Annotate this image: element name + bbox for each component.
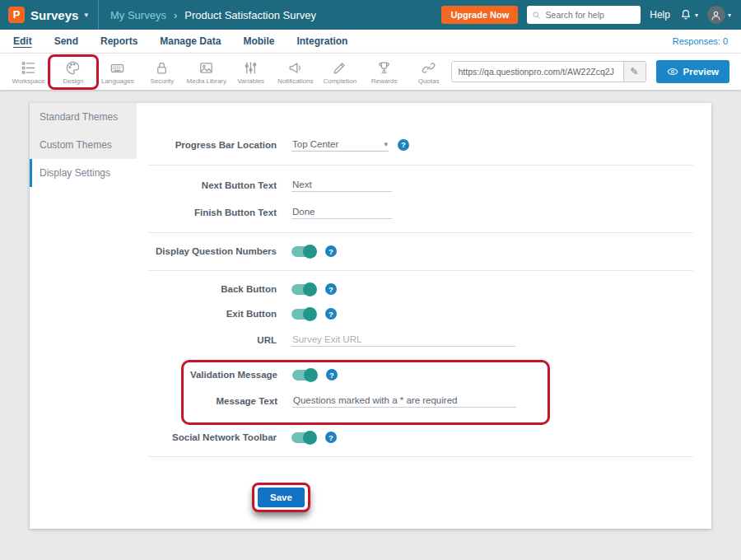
nav-manage-data[interactable]: Manage Data [160,35,221,47]
chevron-down-icon: ▾ [384,140,388,148]
help-icon[interactable]: ? [325,308,337,320]
display-settings-form: Progress Bar Location Top Center ▾ ? Nex… [137,103,711,529]
row-back-button: Back Button ? [148,283,693,295]
message-text-label: Message Text [184,396,277,406]
toggle-knob [303,307,317,321]
user-avatar [707,6,725,24]
help-icon[interactable]: ? [326,369,338,380]
completion-pencil-icon [332,60,347,76]
divider [148,232,693,233]
divider [148,165,693,166]
save-button[interactable]: Save [258,488,305,507]
back-button-toggle[interactable] [291,284,316,295]
eye-icon [667,66,678,77]
design-sidebar-list: Standard Themes Custom Themes Display Se… [30,103,137,187]
bell-icon [679,8,692,21]
chevron-down-icon: ▾ [695,12,698,19]
toolbar-item-workspace[interactable]: Workspace [7,57,51,86]
finish-button-text-label: Finish Button Text [148,208,277,217]
responses-count[interactable]: Responses: 0 [673,36,728,46]
quotas-links-icon [421,60,436,76]
toolbar-item-design[interactable]: Design [51,57,96,86]
help-icon[interactable]: ? [325,245,337,257]
search-icon [532,10,541,21]
exit-url-input[interactable] [291,333,515,347]
toolbar-item-security[interactable]: Security [140,57,184,86]
row-finish-button-text: Finish Button Text [148,205,693,219]
toggle-knob [303,431,317,445]
row-progress-bar-location: Progress Bar Location Top Center ▾ ? [148,138,693,152]
progress-bar-location-label: Progress Bar Location [148,140,277,150]
questionpro-logo: P [8,7,25,23]
row-social-network-toolbar: Social Network Toolbar ? [148,432,693,443]
edit-url-button[interactable]: ✎ [623,62,645,82]
row-display-question-numbers: Display Question Numbers ? [148,245,693,257]
nav-reports[interactable]: Reports [100,35,137,47]
breadcrumb-my-surveys[interactable]: My Surveys [110,9,166,21]
row-next-button-text: Next Button Text [148,178,693,192]
toolbar-item-rewards[interactable]: Rewards [362,57,407,86]
help-search-input[interactable] [546,10,636,20]
chevron-right-icon: › [174,9,177,21]
divider [148,270,693,271]
nav-integration[interactable]: Integration [296,35,347,47]
notifications-bell-menu[interactable]: ▾ [679,8,698,21]
toggle-knob [303,282,317,296]
sidebar-item-standard-themes[interactable]: Standard Themes [30,103,137,131]
chevron-down-icon: ▾ [728,12,731,19]
breadcrumb: My Surveys › Product Satisfaction Survey [110,9,316,21]
security-lock-icon [154,60,170,76]
logo-letter: P [13,8,21,21]
social-network-toolbar-toggle[interactable] [291,432,316,443]
toolbar-right: ✎ Preview [451,60,734,83]
next-button-text-label: Next Button Text [148,180,277,190]
toolbar-item-variables[interactable]: Variables [229,57,273,86]
nav-edit[interactable]: Edit [13,35,32,47]
design-settings-panel: Standard Themes Custom Themes Display Se… [30,103,711,529]
toolbar-item-media-library[interactable]: Media Library [184,57,229,86]
design-palette-icon [65,60,81,76]
social-network-toolbar-label: Social Network Toolbar [148,432,277,442]
notifications-megaphone-icon [287,60,303,76]
help-icon[interactable]: ? [398,139,409,151]
survey-nav: Edit Send Reports Manage Data Mobile Int… [0,30,741,54]
finish-button-text-input[interactable] [291,205,392,219]
exit-button-label: Exit Button [148,309,277,319]
sidebar-item-display-settings[interactable]: Display Settings [30,159,137,187]
row-message-text: Message Text [184,394,548,408]
progress-bar-location-select[interactable]: Top Center ▾ [291,138,389,152]
exit-button-toggle[interactable] [291,309,316,320]
toolbar-item-completion[interactable]: Completion [318,57,362,86]
validation-message-label: Validation Message [184,370,277,380]
row-exit-url: URL [148,333,693,347]
validation-message-toggle[interactable] [292,370,317,380]
message-text-input[interactable] [292,394,516,408]
nav-send[interactable]: Send [54,35,78,47]
back-button-label: Back Button [148,284,277,294]
divider [148,456,693,457]
next-button-text-input[interactable] [291,178,392,192]
account-menu[interactable]: ▾ [707,6,731,24]
preview-button[interactable]: Preview [656,60,729,83]
help-icon[interactable]: ? [325,432,337,443]
surveys-product-menu[interactable]: P Surveys ▾ [0,0,99,30]
upgrade-now-button[interactable]: Upgrade Now [441,6,518,24]
chevron-down-icon: ▾ [84,11,88,19]
survey-url-input[interactable] [452,62,623,82]
content-area: Standard Themes Custom Themes Display Se… [0,103,741,560]
languages-keyboard-icon [110,60,125,76]
sidebar-item-custom-themes[interactable]: Custom Themes [30,131,137,159]
help-search-box[interactable] [527,6,641,24]
help-link[interactable]: Help [650,9,670,21]
annotation-validation-highlight: Validation Message ? Message Text [181,360,550,425]
toolbar-item-quotas[interactable]: Quotas [407,57,451,86]
help-icon[interactable]: ? [325,283,337,295]
toolbar-item-languages[interactable]: Languages [96,57,140,86]
top-bar: P Surveys ▾ My Surveys › Product Satisfa… [0,0,741,30]
survey-url-group: ✎ [451,61,646,82]
row-validation-message: Validation Message ? [184,369,548,380]
variables-sliders-icon [243,60,259,76]
toolbar-item-notifications[interactable]: Notifications [273,57,318,86]
display-question-numbers-toggle[interactable] [291,246,316,257]
nav-mobile[interactable]: Mobile [243,35,274,47]
